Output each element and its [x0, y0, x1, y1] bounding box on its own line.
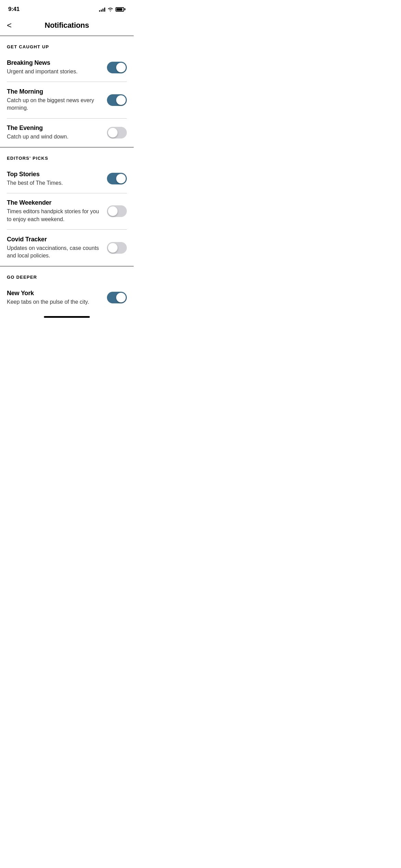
toggle-track-the-morning — [107, 94, 127, 106]
notification-desc-new-york: Keep tabs on the pulse of the city. — [7, 298, 100, 306]
toggle-thumb-new-york — [116, 293, 126, 302]
toggle-thumb-breaking-news — [116, 63, 126, 72]
header: < Notifications — [0, 16, 134, 36]
back-button[interactable]: < — [7, 20, 14, 31]
toggle-top-stories[interactable] — [107, 173, 127, 184]
section-title-go-deeper: GO DEEPER — [7, 275, 37, 280]
page-title: Notifications — [45, 21, 89, 30]
toggle-thumb-the-evening — [108, 128, 118, 137]
section-header-go-deeper: GO DEEPER — [0, 266, 134, 284]
section-header-get-caught-up: GET CAUGHT UP — [0, 36, 134, 53]
toggle-the-morning[interactable] — [107, 94, 127, 106]
section-title-editors-picks: EDITORS' PICKS — [7, 156, 48, 161]
notification-item-breaking-news: Breaking NewsUrgent and important storie… — [0, 53, 134, 82]
notification-title-the-weekender: The Weekender — [7, 199, 100, 206]
toggle-track-top-stories — [107, 173, 127, 184]
notification-title-new-york: New York — [7, 290, 100, 297]
notification-text-new-york: New YorkKeep tabs on the pulse of the ci… — [7, 290, 107, 306]
wifi-icon — [107, 7, 113, 12]
notification-desc-the-weekender: Times editors handpick stories for you t… — [7, 208, 100, 223]
toggle-thumb-top-stories — [116, 174, 126, 183]
toggle-thumb-covid-tracker — [108, 243, 118, 253]
sections-container: GET CAUGHT UPBreaking NewsUrgent and imp… — [0, 36, 134, 312]
notification-text-breaking-news: Breaking NewsUrgent and important storie… — [7, 59, 107, 75]
notification-item-covid-tracker: Covid TrackerUpdates on vaccinations, ca… — [0, 230, 134, 266]
notification-item-top-stories: Top StoriesThe best of The Times. — [0, 165, 134, 193]
notification-desc-the-morning: Catch up on the biggest news every morni… — [7, 97, 100, 112]
notification-item-the-morning: The MorningCatch up on the biggest news … — [0, 82, 134, 118]
toggle-track-the-evening — [107, 127, 127, 138]
section-title-get-caught-up: GET CAUGHT UP — [7, 44, 49, 49]
notification-desc-breaking-news: Urgent and important stories. — [7, 68, 100, 75]
toggle-the-weekender[interactable] — [107, 205, 127, 217]
status-bar: 9:41 — [0, 0, 134, 16]
toggle-track-new-york — [107, 292, 127, 303]
section-header-editors-picks: EDITORS' PICKS — [0, 147, 134, 165]
notification-desc-the-evening: Catch up and wind down. — [7, 133, 100, 141]
toggle-thumb-the-weekender — [108, 206, 118, 216]
toggle-covid-tracker[interactable] — [107, 242, 127, 254]
status-icons — [99, 7, 125, 12]
home-indicator — [0, 312, 134, 321]
notification-title-covid-tracker: Covid Tracker — [7, 236, 100, 243]
notification-text-the-weekender: The WeekenderTimes editors handpick stor… — [7, 199, 107, 223]
notification-text-covid-tracker: Covid TrackerUpdates on vaccinations, ca… — [7, 236, 107, 260]
notification-text-the-morning: The MorningCatch up on the biggest news … — [7, 88, 107, 112]
notification-title-breaking-news: Breaking News — [7, 59, 100, 67]
notification-desc-covid-tracker: Updates on vaccinations, case counts and… — [7, 244, 100, 260]
notification-title-top-stories: Top Stories — [7, 171, 100, 178]
notification-text-the-evening: The EveningCatch up and wind down. — [7, 124, 107, 141]
battery-icon — [116, 7, 125, 12]
notification-title-the-evening: The Evening — [7, 124, 100, 132]
toggle-thumb-the-morning — [116, 95, 126, 105]
notification-item-the-evening: The EveningCatch up and wind down. — [0, 118, 134, 147]
toggle-breaking-news[interactable] — [107, 62, 127, 73]
notification-desc-top-stories: The best of The Times. — [7, 179, 100, 187]
toggle-track-breaking-news — [107, 62, 127, 73]
toggle-track-covid-tracker — [107, 242, 127, 254]
toggle-the-evening[interactable] — [107, 127, 127, 138]
notification-item-the-weekender: The WeekenderTimes editors handpick stor… — [0, 193, 134, 229]
notification-title-the-morning: The Morning — [7, 88, 100, 95]
signal-icon — [99, 7, 105, 12]
toggle-new-york[interactable] — [107, 292, 127, 303]
notification-text-top-stories: Top StoriesThe best of The Times. — [7, 171, 107, 187]
notification-item-new-york: New YorkKeep tabs on the pulse of the ci… — [0, 284, 134, 312]
toggle-track-the-weekender — [107, 205, 127, 217]
home-indicator-bar — [44, 316, 90, 318]
status-time: 9:41 — [8, 6, 20, 13]
